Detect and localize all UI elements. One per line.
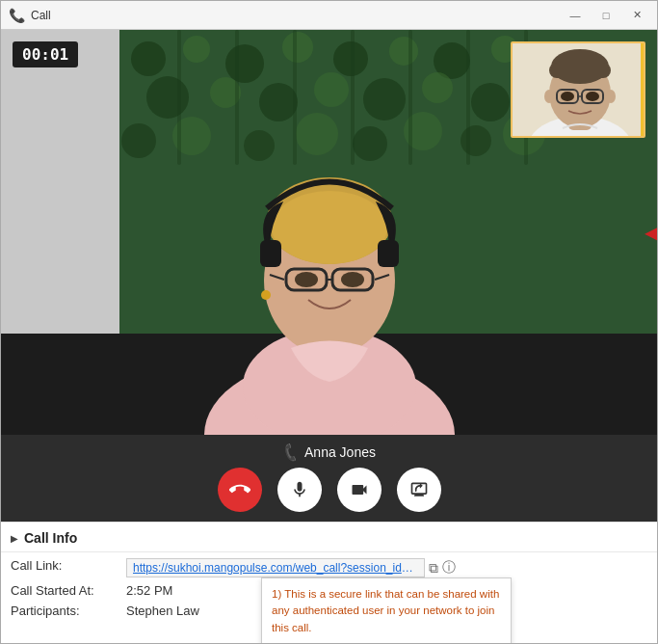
call-link-container: https://sukhoi.mangopulse.com/web_call?s… bbox=[126, 558, 456, 577]
share-button[interactable] bbox=[397, 468, 441, 512]
tooltip-line2: 2) A max number of 3 attendees can be on… bbox=[272, 639, 501, 643]
svg-point-61 bbox=[586, 92, 599, 101]
close-button[interactable]: ✕ bbox=[624, 6, 649, 25]
call-link-label: Call Link: bbox=[11, 558, 126, 573]
svg-point-47 bbox=[341, 272, 364, 287]
svg-point-58 bbox=[544, 90, 554, 103]
svg-point-60 bbox=[561, 92, 574, 101]
app-icon: 📞 bbox=[9, 8, 25, 23]
call-info-table: Call Link: https://sukhoi.mangopulse.com… bbox=[1, 552, 657, 630]
maximize-button[interactable]: □ bbox=[593, 6, 619, 25]
svg-rect-44 bbox=[260, 240, 281, 267]
svg-rect-54 bbox=[549, 63, 611, 78]
svg-point-6 bbox=[389, 37, 418, 66]
call-info-section: ▶ Call Info Call Link: https://sukhoi.ma… bbox=[1, 522, 657, 643]
call-started-label: Call Started At: bbox=[11, 583, 126, 598]
main-person-video bbox=[166, 78, 493, 435]
copy-link-icon[interactable]: ⧉ bbox=[429, 560, 438, 577]
pip-video bbox=[511, 41, 645, 138]
svg-point-3 bbox=[225, 44, 264, 83]
call-controls-bar: 📞 Anna Jones bbox=[1, 435, 657, 522]
camera-button[interactable] bbox=[337, 468, 382, 512]
hangup-button[interactable] bbox=[218, 468, 262, 512]
svg-point-1 bbox=[131, 41, 166, 76]
link-tooltip: 1) This is a secure link that can be sha… bbox=[261, 577, 512, 643]
svg-point-38 bbox=[272, 191, 387, 264]
svg-point-4 bbox=[282, 32, 313, 63]
svg-point-48 bbox=[261, 290, 271, 300]
svg-point-59 bbox=[606, 90, 616, 103]
caller-name-display: 📞 Anna Jones bbox=[282, 444, 376, 460]
svg-point-2 bbox=[183, 36, 210, 63]
participants-label: Participants: bbox=[11, 604, 126, 618]
control-buttons-row bbox=[218, 468, 441, 512]
minimize-button[interactable]: — bbox=[563, 6, 588, 25]
video-container: 00:01 bbox=[1, 30, 657, 435]
svg-point-46 bbox=[295, 272, 318, 287]
mute-button[interactable] bbox=[277, 468, 322, 512]
titlebar: 📞 Call — □ ✕ bbox=[1, 1, 657, 30]
call-window: 📞 Call — □ ✕ bbox=[0, 0, 658, 644]
svg-rect-45 bbox=[378, 240, 399, 267]
window-title: Call bbox=[31, 9, 557, 22]
collapse-triangle-icon: ▶ bbox=[11, 533, 18, 544]
call-info-header[interactable]: ▶ Call Info bbox=[1, 523, 657, 552]
caller-name: Anna Jones bbox=[304, 444, 376, 460]
call-link-row: Call Link: https://sukhoi.mangopulse.com… bbox=[11, 558, 647, 577]
tooltip-line1: 1) This is a secure link that can be sha… bbox=[272, 586, 501, 636]
info-icon[interactable]: ⓘ bbox=[442, 559, 456, 577]
call-timer: 00:01 bbox=[13, 41, 78, 67]
phone-icon: 📞 bbox=[279, 442, 301, 463]
call-link-value[interactable]: https://sukhoi.mangopulse.com/web_call?s… bbox=[126, 558, 425, 577]
call-info-title: Call Info bbox=[24, 530, 77, 546]
svg-point-18 bbox=[121, 123, 156, 158]
panel-toggle-arrow[interactable]: ◀ bbox=[645, 221, 657, 244]
